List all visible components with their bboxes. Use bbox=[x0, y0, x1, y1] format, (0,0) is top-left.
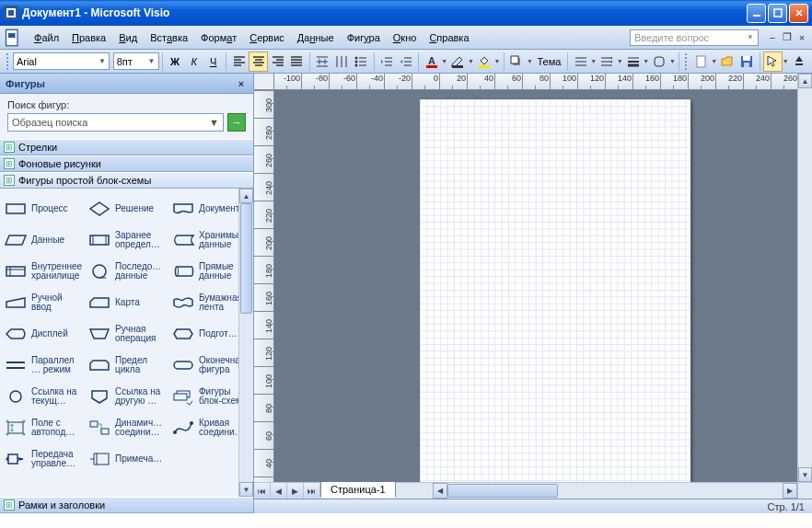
bullets-button[interactable] bbox=[352, 52, 371, 72]
save-button[interactable] bbox=[737, 52, 757, 72]
shape-manual-op[interactable]: Ручная операция bbox=[86, 319, 168, 349]
category-flowchart[interactable]: ⊞Фигуры простой блок-схемы bbox=[0, 172, 253, 189]
shape-label: Подгот… bbox=[199, 329, 238, 339]
line-ends-button[interactable] bbox=[597, 52, 617, 72]
underline-button[interactable]: Ч bbox=[203, 52, 223, 72]
search-combo[interactable]: Образец поиска▼ bbox=[7, 113, 224, 132]
font-color-dd[interactable]: ▼ bbox=[441, 58, 448, 64]
align-left-button[interactable] bbox=[229, 52, 249, 72]
nav-next[interactable]: ▶ bbox=[287, 483, 304, 499]
shape-annotation[interactable]: Примеча… bbox=[86, 444, 168, 474]
drawing-page[interactable] bbox=[420, 99, 690, 482]
vertical-ruler[interactable]: 3002802602402202001801601401201008060402… bbox=[254, 90, 274, 482]
shape-control[interactable]: Передача управле… bbox=[2, 444, 84, 474]
diamond-icon bbox=[87, 199, 112, 219]
mdi-minimize[interactable]: − bbox=[766, 31, 779, 44]
horizontal-scrollbar[interactable]: ◀▶ bbox=[433, 483, 797, 499]
menu-файл[interactable]: Файл bbox=[28, 30, 65, 45]
shape-internal[interactable]: Внутреннее хранилище bbox=[2, 257, 84, 286]
line-color-button[interactable] bbox=[448, 52, 468, 72]
horizontal-ruler[interactable]: -100-80-60-40-20020406080100120140160180… bbox=[274, 74, 797, 90]
line-pattern-button[interactable] bbox=[571, 52, 590, 72]
vertical-scrollbar[interactable]: ▲▼ bbox=[797, 74, 812, 482]
maximize-button[interactable] bbox=[768, 4, 787, 23]
canvas-viewport[interactable] bbox=[274, 90, 797, 482]
page-tab[interactable]: Страница-1 bbox=[320, 482, 396, 498]
bold-button[interactable]: Ж bbox=[165, 52, 184, 72]
menu-фигура[interactable]: Фигура bbox=[341, 30, 387, 45]
font-color-button[interactable]: A bbox=[422, 52, 441, 72]
svg-point-26 bbox=[93, 265, 106, 278]
menu-сервис[interactable]: Сервис bbox=[243, 30, 291, 45]
manual-input-icon bbox=[3, 293, 29, 313]
font-size-combo[interactable]: 8пт▼ bbox=[113, 52, 159, 70]
theme-label[interactable]: Тема bbox=[534, 56, 565, 67]
category-frames[interactable]: ⊞Рамки и заголовки bbox=[0, 497, 253, 513]
shape-label: Динамич… соедини… bbox=[115, 419, 167, 437]
shape-loop[interactable]: Предел цикла bbox=[86, 350, 168, 380]
shadow-button[interactable] bbox=[507, 52, 527, 72]
align-right-button[interactable] bbox=[268, 52, 287, 72]
minimize-button[interactable] bbox=[747, 4, 766, 23]
align-justify-button[interactable] bbox=[287, 52, 307, 72]
close-pane-button[interactable]: × bbox=[235, 77, 248, 90]
shape-dynconn[interactable]: Динамич… соедини… bbox=[86, 413, 168, 442]
indent-decrease-button[interactable] bbox=[377, 52, 397, 72]
shape-circle[interactable]: Последо… данные bbox=[86, 257, 168, 286]
nav-prev[interactable]: ◀ bbox=[271, 483, 287, 499]
pointer-button[interactable] bbox=[763, 52, 783, 72]
shape-label: Решение bbox=[115, 204, 154, 213]
svg-rect-30 bbox=[174, 362, 192, 369]
shape-rect[interactable]: Процесс bbox=[2, 194, 84, 224]
line-color-dd[interactable]: ▼ bbox=[468, 58, 475, 64]
shape-offpage[interactable]: Ссылка на другую … bbox=[86, 382, 168, 411]
menu-формат[interactable]: Формат bbox=[194, 30, 243, 45]
fill-color-dd[interactable]: ▼ bbox=[493, 58, 501, 64]
shape-display[interactable]: Дисплей bbox=[2, 319, 84, 349]
svg-rect-17 bbox=[743, 56, 750, 61]
dist-vert-button[interactable] bbox=[332, 52, 352, 72]
indent-increase-button[interactable] bbox=[397, 52, 416, 72]
more-button[interactable] bbox=[789, 52, 808, 72]
svg-rect-15 bbox=[697, 56, 705, 67]
card-icon bbox=[87, 293, 112, 313]
shape-parallelogram[interactable]: Данные bbox=[2, 225, 84, 255]
shape-label: Карта bbox=[115, 298, 140, 307]
menu-вставка[interactable]: Вставка bbox=[144, 30, 194, 45]
menu-правка[interactable]: Правка bbox=[65, 30, 112, 45]
shape-onpage[interactable]: Ссылка на текущ… bbox=[2, 382, 84, 411]
nav-last[interactable]: ⏭ bbox=[304, 483, 320, 499]
mdi-restore[interactable]: ❐ bbox=[781, 31, 794, 44]
shape-diamond[interactable]: Решение bbox=[86, 194, 168, 224]
menu-данные[interactable]: Данные bbox=[291, 30, 341, 45]
dist-horiz-button[interactable] bbox=[313, 52, 332, 72]
italic-button[interactable]: К bbox=[184, 52, 203, 72]
shape-manual-input[interactable]: Ручной ввод bbox=[2, 288, 84, 317]
search-go-button[interactable]: → bbox=[227, 113, 246, 132]
shape-card[interactable]: Карта bbox=[86, 288, 168, 317]
shape-parallel[interactable]: Параллел… режим bbox=[2, 350, 84, 380]
help-search[interactable]: Введите вопрос▼ bbox=[630, 29, 759, 46]
new-button[interactable] bbox=[691, 52, 711, 72]
shapes-pane-header: Фигуры × bbox=[0, 74, 253, 94]
menu-справка[interactable]: Справка bbox=[423, 30, 475, 45]
menu-окно[interactable]: Окно bbox=[387, 30, 423, 45]
align-center-button[interactable] bbox=[249, 52, 268, 72]
open-button[interactable] bbox=[718, 52, 737, 72]
shape-predef[interactable]: Заранее определ… bbox=[86, 225, 168, 255]
shape-label: Заранее определ… bbox=[115, 231, 167, 249]
category-arrows[interactable]: ⊞Стрелки bbox=[0, 139, 253, 155]
menu-вид[interactable]: Вид bbox=[112, 30, 144, 45]
shapes-grid: ПроцессРешениеДокументДанныеЗаранее опре… bbox=[0, 189, 253, 497]
corner-button[interactable] bbox=[650, 52, 669, 72]
mdi-close[interactable]: × bbox=[795, 31, 808, 44]
shape-autoheight[interactable]: Поле с автопод… bbox=[2, 413, 84, 442]
line-weight-button[interactable] bbox=[623, 52, 643, 72]
category-backgrounds[interactable]: ⊞Фоновые рисунки bbox=[0, 155, 253, 172]
nav-first[interactable]: ⏮ bbox=[254, 483, 271, 499]
fill-color-button[interactable] bbox=[474, 52, 493, 72]
svg-text:A: A bbox=[428, 55, 435, 66]
font-combo[interactable]: Arial▼ bbox=[13, 52, 110, 70]
shapes-scrollbar[interactable]: ▲▼ bbox=[238, 189, 253, 497]
close-button[interactable] bbox=[789, 4, 808, 23]
